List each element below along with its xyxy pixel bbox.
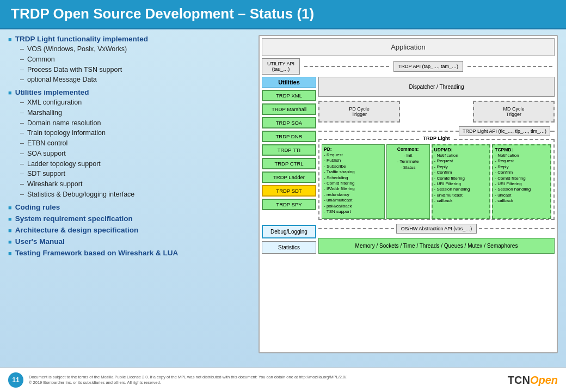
section-title-coding: Coding rules	[8, 203, 253, 211]
statistics-box: Statistics	[262, 241, 316, 254]
trdp-dnr-box: TRDP DNR	[262, 131, 316, 142]
api-row: UTILITY API(tau_…) TRDP API (tap_…, tam_…	[262, 58, 555, 75]
utilities-header: Utilities	[262, 77, 316, 88]
trdp-sdt-box: TRDP SDT	[262, 185, 316, 197]
diagram: Application UTILITY API(tau_…) TRDP API …	[259, 35, 558, 353]
list-item: SDT support	[20, 169, 253, 179]
list-item: Train topology information	[20, 128, 253, 138]
trdp-light-section: TRDP Light PD: - Request- Publish- Subsc…	[318, 139, 555, 220]
common-title: Common:	[389, 146, 428, 152]
application-box: Application	[262, 38, 555, 56]
section-utilities: Utilities implemented XML configuration …	[8, 88, 253, 200]
memory-box: Memory / Sockets / Time / Threads / Queu…	[318, 238, 555, 254]
pd-title: PD:	[324, 146, 383, 152]
section-title-manual: User's Manual	[8, 237, 253, 246]
section-arch: Architecture & design specification	[8, 226, 253, 234]
footer-text: Document is subject to the terms of the …	[29, 375, 502, 385]
tcpmd-items: - Notification- Request- Reply- Confirm-…	[495, 153, 549, 204]
section-sysreq: System requirement specification	[8, 215, 253, 223]
common-box: Common: - Init- Terminate- Status	[386, 144, 430, 219]
trdp-tti-box: TRDP TTI	[262, 144, 316, 156]
dashed-separator	[304, 66, 389, 67]
trdp-light-inner: PD: - Request- Publish- Subscribe- Traff…	[322, 144, 551, 219]
trdp-api-box: TRDP API (tap_…, tam_…)	[393, 61, 463, 72]
list-item: Statistics & Debug/logging interface	[20, 189, 253, 200]
section-title-trdp-light: TRDP Light functionality implemented	[8, 35, 253, 43]
tcn-text: TCN	[508, 374, 530, 386]
tcn-logo: TCNOpen	[508, 374, 558, 387]
section-title-arch: Architecture & design specification	[8, 226, 253, 234]
os-hw-box: OS/HW Abstraction API (vos_…)	[396, 224, 477, 234]
list-item: optional Message Data	[20, 75, 253, 85]
right-column: Application UTILITY API(tau_…) TRDP API …	[259, 35, 558, 353]
trdp-marshall-box: TRDP Marshall	[262, 103, 316, 115]
section-trdp-light: TRDP Light functionality implemented VOS…	[8, 35, 253, 85]
section-testing: Testing Framework based on Wireshark & L…	[8, 249, 253, 257]
os-hw-dashed-right	[479, 228, 555, 229]
list-item: VOS (Windows, Posix, VxWorks)	[20, 44, 253, 54]
utility-api-box: UTILITY API(tau_…)	[262, 58, 300, 75]
pd-items: - Request- Publish- Subscribe- Traffic s…	[324, 152, 383, 215]
trdp-light-api-box: TRDP Light API (tlc_…, tlp_…, tlm_…)	[459, 126, 550, 136]
trdp-xml-box: TRDP XML	[262, 90, 316, 101]
open-text: Open	[530, 374, 558, 386]
list-item: XML configuration	[20, 97, 253, 108]
list-item: Common	[20, 54, 253, 65]
section-title-testing: Testing Framework based on Wireshark & L…	[8, 249, 253, 257]
section-title-utilities: Utilities implemented	[8, 88, 253, 96]
main-content: TRDP Light functionality implemented VOS…	[0, 29, 566, 359]
title-bar: TRDP Open Source Development – Status (1…	[0, 0, 566, 29]
slide: TRDP Open Source Development – Status (1…	[0, 0, 566, 392]
trdp-soa-box: TRDP SOA	[262, 117, 316, 128]
section-title-sysreq: System requirement specification	[8, 215, 253, 223]
udpmd-title: UDPMD:	[434, 147, 488, 152]
udpmd-items: - Notification- Request- Reply- Confirm-…	[434, 153, 488, 204]
tcpmd-box: TCPMD: - Notification- Request- Reply- C…	[492, 144, 551, 219]
trdp-light-api-row: TRDP Light API (tlc_…, tlp_…, tlm_…)	[318, 126, 555, 136]
dashed-separator-right	[467, 66, 552, 67]
section-manual: User's Manual	[8, 237, 253, 246]
list-item: Wireshark support	[20, 179, 253, 189]
common-items: - Init- Terminate- Status	[389, 152, 428, 171]
udpmd-box: UDPMD: - Notification- Request- Reply- C…	[432, 144, 491, 219]
trdp-spy-box: TRDP SPY	[262, 199, 316, 210]
list-item: ETBN control	[20, 138, 253, 149]
trdp-light-list: VOS (Windows, Posix, VxWorks) Common Pro…	[8, 44, 253, 85]
trdp-ladder-box: TRDP Ladder	[262, 171, 316, 183]
footer: 11 Document is subject to the terms of t…	[0, 367, 566, 392]
slide-title: TRDP Open Source Development – Status (1…	[11, 5, 314, 22]
diagram-body: Utilities TRDP XML TRDP Marshall TRDP SO…	[262, 77, 555, 254]
pd-cycle-box: PD CycleTrigger	[318, 101, 400, 122]
page-number: 11	[8, 372, 23, 388]
list-item: Process Data with TSN support	[20, 65, 253, 75]
trdp-light-label: TRDP Light	[421, 136, 452, 141]
list-item: Domain name resolution	[20, 118, 253, 128]
utilities-column: Utilities TRDP XML TRDP Marshall TRDP SO…	[262, 77, 316, 254]
os-hw-dashed-left	[318, 228, 394, 229]
os-hw-row: OS/HW Abstraction API (vos_…)	[318, 224, 555, 234]
md-cycle-box: MD CycleTrigger	[473, 101, 555, 122]
trdp-ctrl-box: TRDP CTRL	[262, 158, 316, 169]
section-coding: Coding rules	[8, 203, 253, 211]
list-item: Ladder topology support	[20, 159, 253, 169]
utilities-list: XML configuration Marshalling Domain nam…	[8, 97, 253, 200]
tcpmd-title: TCPMD:	[495, 147, 549, 152]
dispatcher-box: Dispatcher / Threading	[318, 77, 555, 97]
list-item: Marshalling	[20, 108, 253, 118]
list-item: SOA support	[20, 149, 253, 159]
debug-logging-box: Debug/Logging	[262, 225, 316, 238]
pd-box: PD: - Request- Publish- Subscribe- Traff…	[322, 144, 385, 219]
left-column: TRDP Light functionality implemented VOS…	[8, 35, 253, 353]
right-diagram-content: Dispatcher / Threading PD CycleTrigger M…	[318, 77, 555, 254]
cycle-row: PD CycleTrigger MD CycleTrigger	[318, 101, 555, 122]
